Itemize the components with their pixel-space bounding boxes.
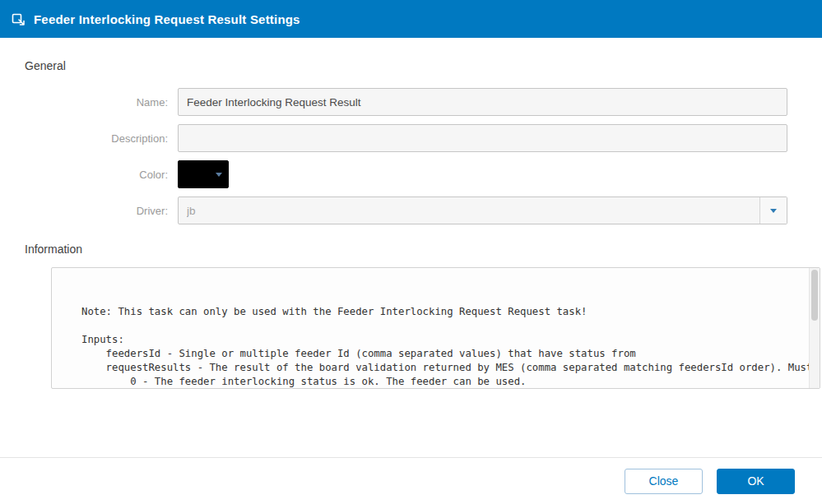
dialog-header: Feeder Interlocking Request Result Setti… <box>0 0 822 38</box>
driver-label: Driver: <box>25 205 178 217</box>
close-button[interactable]: Close <box>625 469 703 494</box>
color-label: Color: <box>25 169 178 181</box>
dialog-footer: Close OK <box>0 457 822 504</box>
chevron-down-icon <box>770 209 777 213</box>
section-general-label: General <box>25 59 822 72</box>
ok-button[interactable]: OK <box>717 469 795 494</box>
description-label: Description: <box>25 132 178 145</box>
dialog-title: Feeder Interlocking Request Result Setti… <box>34 12 300 26</box>
color-dropdown[interactable] <box>178 160 229 188</box>
task-settings-icon <box>12 12 26 26</box>
vertical-scrollbar[interactable] <box>809 268 820 388</box>
scrollbar-thumb[interactable] <box>811 270 818 321</box>
driver-combobox[interactable] <box>178 197 787 224</box>
settings-dialog: Feeder Interlocking Request Result Setti… <box>0 0 822 504</box>
driver-row: Driver: <box>25 197 822 224</box>
section-information-label: Information <box>25 243 822 256</box>
driver-dropdown-button[interactable] <box>759 197 787 224</box>
description-row: Description: <box>25 124 822 152</box>
information-panel: Note: This task can only be used with th… <box>51 267 820 389</box>
description-input[interactable] <box>178 124 787 152</box>
information-text: Note: This task can only be used with th… <box>52 268 820 389</box>
name-row: Name: <box>25 88 822 116</box>
name-label: Name: <box>25 96 178 109</box>
dialog-body: General Name: Description: Color: Driver… <box>0 59 822 389</box>
chevron-down-icon <box>216 173 222 177</box>
driver-input[interactable] <box>179 197 759 224</box>
color-row: Color: <box>25 160 822 188</box>
name-input[interactable] <box>178 88 787 116</box>
